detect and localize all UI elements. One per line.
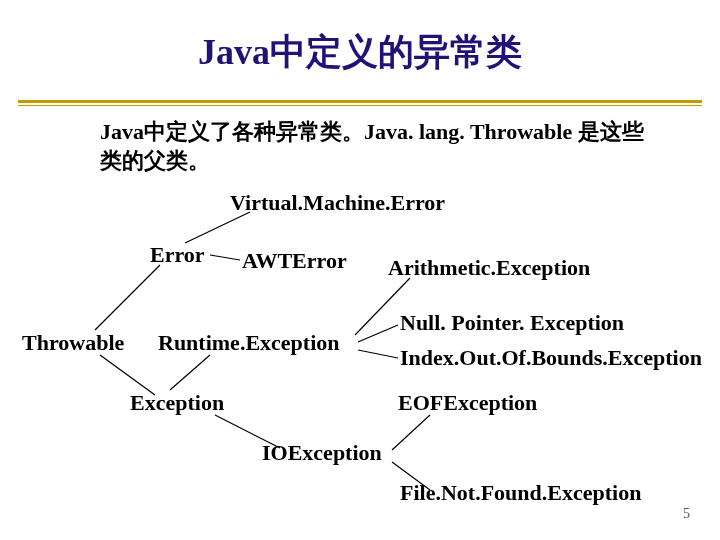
node-error: Error [150,242,205,268]
node-npe: Null. Pointer. Exception [400,310,624,336]
slide: Java中定义的异常类 Java中定义了各种异常类。Java. lang. Th… [0,0,720,540]
page-number: 5 [683,506,690,522]
svg-line-1 [100,355,155,395]
node-runtime: Runtime.Exception [158,330,340,356]
svg-line-2 [185,212,250,243]
svg-line-8 [358,350,398,358]
title-rule-thick [18,100,702,103]
slide-title: Java中定义的异常类 [0,28,720,77]
svg-line-3 [210,255,240,260]
svg-line-0 [95,265,160,330]
node-fnf: File.Not.Found.Exception [400,480,641,506]
node-awterror: AWTError [242,248,347,274]
title-rule-thin [18,105,702,106]
node-ioexception: IOException [262,440,382,466]
svg-line-4 [170,355,210,390]
node-vmerror: Virtual.Machine.Error [230,190,445,216]
node-eof: EOFException [398,390,537,416]
svg-line-7 [358,325,398,342]
node-arith: Arithmetic.Exception [388,255,590,281]
node-throwable: Throwable [22,330,124,356]
svg-line-9 [392,415,430,450]
node-ioob: Index.Out.Of.Bounds.Exception [400,345,702,371]
intro-text: Java中定义了各种异常类。Java. lang. Throwable 是这些类… [100,118,660,175]
node-exception: Exception [130,390,224,416]
